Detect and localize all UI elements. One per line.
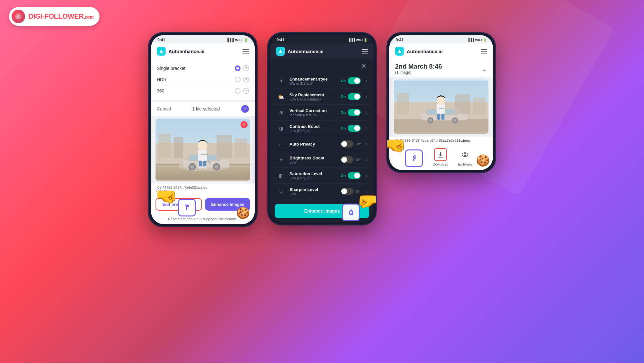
- radio-single-bracket[interactable]: [235, 65, 241, 71]
- chevron-down-icon[interactable]: ⌄: [482, 65, 487, 73]
- radio-row-360[interactable]: 360 ?: [157, 85, 249, 96]
- app-title-3: Autoenhance.ai: [407, 49, 443, 54]
- svg-point-18: [190, 165, 194, 169]
- phone-1-screen: 9:41 ▐▐▐ WiFi 🔋 Autoenhance.ai: [151, 35, 255, 224]
- setting-title-6: Saturation Level: [289, 171, 337, 176]
- app-title-2: Autoenhance.ai: [288, 49, 324, 54]
- close-preview-button[interactable]: ✕: [241, 121, 248, 128]
- phone-2-screen: 9:41 ▐▐▐ WiFi 🔋 Autoenhance.ai: [270, 35, 374, 223]
- status-icons-3: ▐▐▐ WiFi 🔋: [467, 38, 487, 42]
- auto-privacy-icon: 🛡: [277, 139, 286, 148]
- arrow-right-1[interactable]: ›: [366, 94, 367, 100]
- toggle-enhancement-style[interactable]: [348, 77, 361, 84]
- car-scene-preview: adidas -30.0/: [156, 119, 250, 181]
- setting-saturation-level[interactable]: ◧ Saturation Level Low (Default) On ›: [273, 168, 371, 184]
- brand-name: DIGI-FOLLOWER.com: [28, 12, 94, 21]
- hamburger-3[interactable]: [481, 49, 487, 53]
- svg-point-48: [437, 96, 445, 105]
- status-time-3: 9:41: [396, 38, 403, 42]
- arrow-right-3[interactable]: ›: [366, 125, 367, 131]
- setting-enhancement-style[interactable]: ✦ Enhancement style Warm (Default) On ›: [273, 73, 371, 89]
- download-action[interactable]: Download: [433, 148, 449, 166]
- image-preview-container: ✕: [156, 119, 250, 181]
- phone-3: 9:41 ▐▐▐ WiFi 🔋 Autoenhance.ai: [386, 32, 496, 173]
- logo-icon: d: [12, 10, 25, 23]
- svg-rect-7: [174, 137, 183, 158]
- setting-brightness-boost[interactable]: ☀ Brightness Boost Low Off ›: [273, 152, 371, 168]
- setting-contrast-boost[interactable]: ◑ Contrast Boost Low (Default) On ›: [273, 120, 371, 136]
- setting-subtitle-0: Warm (Default): [289, 81, 337, 85]
- saturation-level-icon: ◧: [277, 171, 286, 180]
- number-card-1: ۴: [178, 199, 196, 216]
- close-settings-button[interactable]: ✕: [359, 62, 368, 71]
- svg-rect-6: [158, 134, 171, 158]
- phone-1: 9:41 ▐▐▐ WiFi 🔋 Autoenhance.ai: [148, 32, 258, 227]
- settings-list: ✦ Enhancement style Warm (Default) On › …: [270, 73, 374, 199]
- toggle-sharpen-level[interactable]: [341, 188, 354, 195]
- arrow-right-0[interactable]: ›: [366, 78, 367, 84]
- svg-point-54: [464, 154, 466, 156]
- toggle-brightness-boost[interactable]: [341, 156, 354, 163]
- help-icon-1[interactable]: ?: [243, 65, 249, 71]
- hamburger-1[interactable]: [242, 49, 249, 53]
- contrast-boost-icon: ◑: [277, 124, 286, 133]
- brightness-boost-icon: ☀: [277, 155, 286, 164]
- app-logo-icon-1: [157, 47, 166, 56]
- svg-text:-30.0/: -30.0/: [203, 161, 210, 164]
- radio-hdr[interactable]: [235, 77, 241, 82]
- arrow-right-2[interactable]: ›: [366, 110, 367, 115]
- settings-close-area: ✕: [270, 59, 374, 73]
- setting-subtitle-1: Low Cloud (Default): [289, 97, 337, 101]
- setting-title-2: Vertical Correction: [289, 108, 337, 113]
- svg-point-26: [202, 166, 207, 169]
- 360-label: 360: [157, 88, 164, 93]
- edit-view-action[interactable]: Edit/view: [458, 148, 472, 166]
- setting-sharpen-level[interactable]: ▽ Sharpen Level Low Off ›: [273, 184, 371, 199]
- result-image: adidas: [394, 79, 488, 134]
- bracket-options: Single bracket ? HDR ? 360: [151, 59, 255, 100]
- setting-auto-privacy[interactable]: 🛡 Auto Privacy Off ›: [273, 136, 371, 152]
- arrow-right-4[interactable]: ›: [366, 141, 367, 147]
- file-selected-label: 1 file selected: [192, 106, 220, 111]
- app-logo-area-1: Autoenhance.ai: [157, 47, 204, 56]
- setting-subtitle-7: Low: [289, 192, 337, 196]
- app-header-2: Autoenhance.ai: [270, 43, 374, 59]
- result-count: (1 image): [395, 70, 442, 75]
- radio-row-single[interactable]: Single bracket ?: [157, 63, 249, 74]
- help-icon-3[interactable]: ?: [243, 88, 249, 94]
- add-file-button[interactable]: +: [241, 105, 249, 113]
- app-title-1: Autoenhance.ai: [168, 49, 204, 54]
- result-filename: _0af44795-3437-4cba-b24b-82aa7a6e521c.jp…: [389, 137, 493, 144]
- toggle-sky-replacement[interactable]: [348, 93, 361, 100]
- radio-row-hdr[interactable]: HDR ?: [157, 74, 249, 85]
- hamburger-2[interactable]: [362, 49, 368, 53]
- file-action-bar: Cancel 1 file selected +: [151, 101, 255, 116]
- svg-rect-49: [437, 114, 440, 120]
- setting-subtitle-3: Low (Default): [289, 129, 337, 133]
- radio-360[interactable]: [235, 88, 241, 94]
- file-info: _0af44795-3437...7a6e521c.jpeg 133 KB: [151, 184, 255, 195]
- enhancement-style-icon: ✦: [277, 76, 286, 85]
- svg-rect-9: [235, 139, 247, 158]
- status-bar-3: 9:41 ▐▐▐ WiFi 🔋: [389, 35, 493, 43]
- help-icon-2[interactable]: ?: [243, 77, 249, 82]
- setting-vertical-correction[interactable]: ⊕ Vertical Correction Medium (Default) O…: [273, 105, 371, 120]
- arrow-right-7[interactable]: ›: [366, 188, 367, 194]
- arrow-right-5[interactable]: ›: [366, 157, 367, 163]
- svg-point-25: [198, 166, 203, 169]
- toggle-contrast-boost[interactable]: [348, 125, 361, 132]
- enhance-images-button-1[interactable]: Enhance images: [205, 198, 250, 211]
- setting-sky-replacement[interactable]: ⛅ Sky Replacement Low Cloud (Default) On…: [273, 89, 371, 105]
- setting-title-0: Enhancement style: [289, 77, 337, 81]
- logo: d DIGI-FOLLOWER.com: [9, 7, 99, 26]
- arrow-right-6[interactable]: ›: [366, 173, 367, 178]
- toggle-vertical-correction[interactable]: [348, 109, 361, 116]
- sharpen-level-icon: ▽: [277, 187, 286, 196]
- app-logo-area-2: Autoenhance.ai: [276, 47, 324, 56]
- status-bar-1: 9:41 ▐▐▐ WiFi 🔋: [151, 35, 255, 43]
- status-bar-2: 9:41 ▐▐▐ WiFi 🔋: [270, 35, 374, 43]
- svg-point-44: [429, 119, 432, 122]
- toggle-auto-privacy[interactable]: [341, 140, 354, 148]
- cancel-button[interactable]: Cancel: [157, 106, 171, 111]
- toggle-saturation-level[interactable]: [348, 172, 361, 179]
